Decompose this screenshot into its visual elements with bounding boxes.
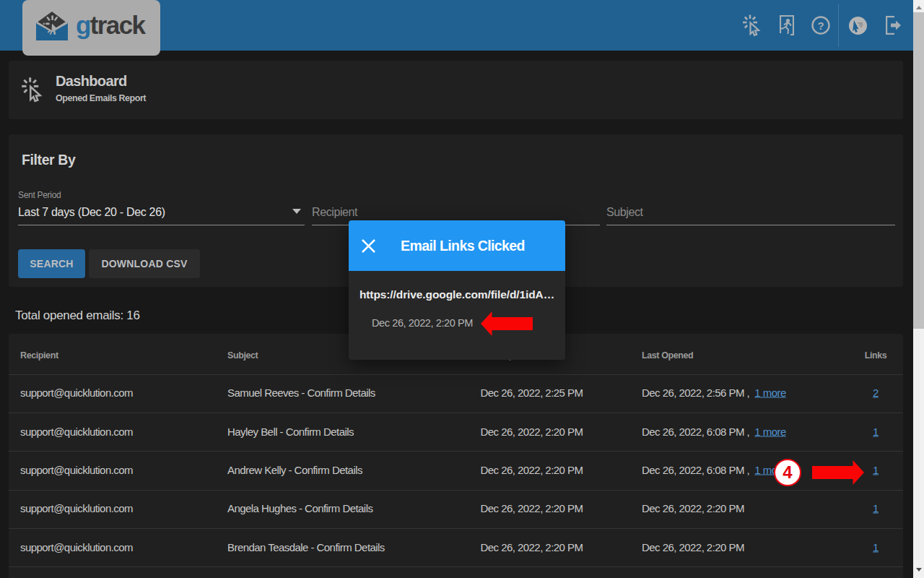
- svg-text:?: ?: [817, 20, 824, 32]
